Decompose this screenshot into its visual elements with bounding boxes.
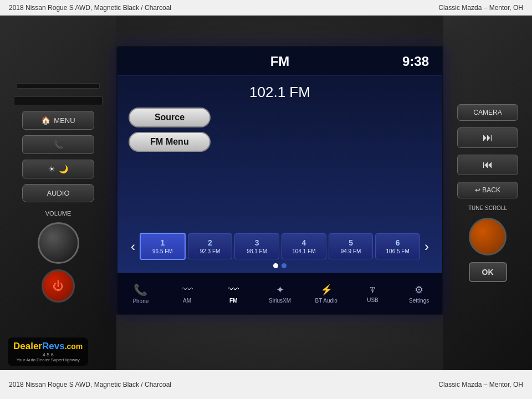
fm-nav-icon: 〰	[228, 283, 239, 296]
siriusxm-nav-icon: ✦	[276, 284, 284, 296]
volume-label: VOLUME	[45, 210, 71, 217]
settings-nav-icon: ⚙	[415, 284, 423, 296]
audio-label: AUDIO	[47, 189, 69, 197]
volume-knob[interactable]	[38, 222, 79, 264]
presets-row-container: ‹ 1 96.5 FM 2 92.3 FM 3 98.1 FM 4 104.1 …	[129, 233, 431, 260]
bottom-dealer-info: Classic Mazda – Mentor, OH	[438, 381, 523, 388]
power-button[interactable]: ⏻	[42, 269, 75, 303]
nav-phone[interactable]: 📞 Phone	[117, 280, 164, 308]
fm-nav-label: FM	[229, 298, 237, 304]
nav-bt-audio[interactable]: ⚡ BT Audio	[303, 280, 350, 307]
usb-nav-icon: ⍒	[370, 284, 376, 295]
phone-button[interactable]: 📞	[22, 135, 94, 154]
top-dealer-info: Classic Mazda – Mentor, OH	[438, 4, 523, 12]
menu-label: MENU	[54, 116, 75, 125]
am-nav-icon: 〰	[182, 283, 193, 296]
preset-2[interactable]: 2 92.3 FM	[188, 233, 233, 259]
preset-1[interactable]: 1 96.5 FM	[140, 233, 186, 260]
watermark-logo-com: .com	[65, 342, 83, 351]
bt-audio-nav-icon: ⚡	[320, 284, 332, 296]
left-controls-panel: 🏠 MENU 📞 ☀🌙 AUDIO VOLUME ⏻	[0, 16, 116, 370]
bottom-bar: 2018 Nissan Rogue S AWD, Magnetic Black …	[0, 370, 532, 399]
screen-body: 102.1 FM Source FM Menu ‹ 1 96.5 FM	[117, 76, 442, 273]
nav-usb[interactable]: ⍒ USB	[350, 280, 396, 306]
top-car-info: 2018 Nissan Rogue S AWD, Magnetic Black …	[9, 4, 171, 12]
screen-time: 9:38	[385, 54, 429, 69]
next-arrow[interactable]: ›	[422, 239, 431, 254]
tune-knob[interactable]	[469, 218, 507, 255]
menu-button[interactable]: 🏠 MENU	[22, 111, 94, 130]
watermark-tagline: Your Auto Dealer SuperHighway	[16, 357, 79, 362]
skip-forward-button[interactable]: ⏭	[457, 127, 518, 148]
watermark-numbers: 4 5 6	[43, 352, 54, 357]
station-display: 102.1 FM	[129, 84, 431, 101]
back-label: BACK	[482, 186, 500, 194]
camera-label: CAMERA	[473, 109, 502, 116]
preset-3[interactable]: 3 98.1 FM	[234, 233, 279, 259]
screen-title: FM	[175, 54, 385, 69]
prev-arrow[interactable]: ‹	[129, 239, 137, 254]
watermark-logo: Dealer	[13, 341, 42, 352]
siriusxm-nav-label: SiriusXM	[269, 298, 291, 304]
display-button[interactable]: ☀🌙	[22, 160, 94, 178]
bt-audio-nav-label: BT Audio	[315, 298, 337, 304]
camera-button[interactable]: CAMERA	[457, 104, 518, 121]
ok-button[interactable]: OK	[469, 262, 507, 282]
watermark: Dealer Revs .com 4 5 6 Your Auto Dealer …	[8, 337, 88, 366]
usb-nav-label: USB	[367, 297, 378, 303]
nav-fm[interactable]: 〰 FM	[210, 280, 257, 307]
right-controls-panel: CAMERA ⏭ ⏮ ↩ BACK TUNE·SCROLL OK	[443, 16, 532, 370]
fm-menu-button[interactable]: FM Menu	[129, 132, 211, 152]
skip-back-button[interactable]: ⏮	[457, 155, 518, 175]
screen-header: FM 9:38	[117, 47, 442, 76]
bottom-car-info: 2018 Nissan Rogue S AWD, Magnetic Black …	[9, 381, 171, 388]
nav-siriusxm[interactable]: ✦ SiriusXM	[257, 280, 303, 307]
bottom-nav-bar: 📞 Phone 〰 AM 〰 FM ✦ SiriusXM ⚡ BT Audio …	[117, 273, 442, 314]
audio-button[interactable]: AUDIO	[22, 184, 94, 202]
preset-5[interactable]: 5 94.9 FM	[329, 233, 374, 259]
nav-settings[interactable]: ⚙ Settings	[396, 280, 442, 307]
ok-label: OK	[482, 268, 494, 277]
phone-nav-icon: 📞	[134, 283, 147, 296]
preset-6[interactable]: 6 106.5 FM	[375, 233, 420, 259]
infotainment-screen: FM 9:38 102.1 FM Source FM Menu ‹	[116, 46, 443, 315]
page-dots	[129, 263, 431, 268]
screen-buttons-area: Source FM Menu	[129, 108, 431, 152]
phone-nav-label: Phone	[132, 298, 149, 304]
watermark-logo-revs: Revs	[42, 341, 65, 352]
settings-nav-label: Settings	[409, 298, 429, 304]
back-button[interactable]: ↩ BACK	[457, 182, 518, 198]
car-interior-area: 🏠 MENU 📞 ☀🌙 AUDIO VOLUME ⏻ CAMERA ⏭	[0, 16, 532, 370]
nav-am[interactable]: 〰 AM	[164, 280, 211, 307]
tune-label: TUNE·SCROLL	[468, 205, 507, 211]
preset-4[interactable]: 4 104.1 FM	[282, 233, 326, 259]
am-nav-label: AM	[183, 298, 191, 304]
source-button[interactable]: Source	[129, 108, 211, 127]
top-bar: 2018 Nissan Rogue S AWD, Magnetic Black …	[0, 0, 532, 16]
